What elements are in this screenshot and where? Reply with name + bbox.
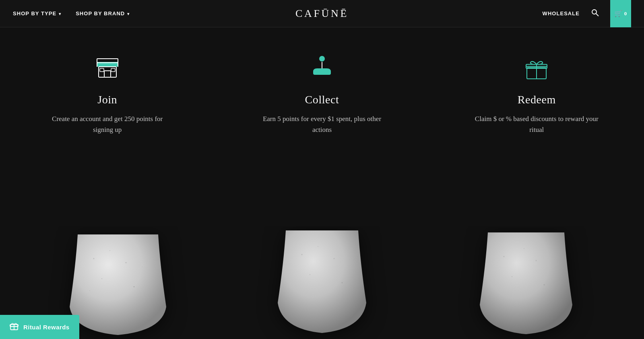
svg-point-23 xyxy=(301,254,303,255)
search-icon[interactable] xyxy=(591,8,599,18)
svg-point-0 xyxy=(592,10,597,14)
redeem-title: Redeem xyxy=(518,93,556,106)
nav-left: SHOP BY TYPE ▾ SHOP BY BRAND ▾ xyxy=(13,10,130,16)
svg-point-21 xyxy=(89,290,90,291)
feature-join: Join Create an account and get 250 point… xyxy=(0,51,215,135)
nav-right: WHOLESALE 🛒 0 xyxy=(543,0,631,27)
collect-title: Collect xyxy=(305,93,339,106)
svg-rect-4 xyxy=(104,71,111,77)
ritual-rewards-icon xyxy=(10,322,19,333)
svg-point-25 xyxy=(334,258,335,259)
svg-point-22 xyxy=(142,266,142,267)
shop-by-brand-menu[interactable]: SHOP BY BRAND ▾ xyxy=(76,10,130,16)
shop-by-type-label: SHOP BY TYPE xyxy=(13,10,56,16)
cart-icon: 🛒 xyxy=(614,10,623,17)
svg-point-30 xyxy=(535,260,537,261)
svg-point-24 xyxy=(318,246,318,247)
main-content: Join Create an account and get 250 point… xyxy=(0,27,644,339)
svg-point-18 xyxy=(126,262,127,263)
navbar: SHOP BY TYPE ▾ SHOP BY BRAND ▾ CAFŪNĒ WH… xyxy=(0,0,644,27)
svg-point-28 xyxy=(503,256,504,257)
cups-section xyxy=(0,151,644,339)
ritual-rewards-badge[interactable]: Ritual Rewards xyxy=(0,315,79,339)
svg-point-26 xyxy=(310,274,310,275)
cup-right xyxy=(432,226,620,339)
svg-point-19 xyxy=(101,278,102,279)
shop-by-brand-chevron-icon: ▾ xyxy=(127,12,130,16)
site-logo[interactable]: CAFŪNĒ xyxy=(295,8,349,20)
svg-point-32 xyxy=(543,284,545,286)
svg-line-1 xyxy=(596,14,599,16)
svg-rect-6 xyxy=(111,68,115,72)
features-section: Join Create an account and get 250 point… xyxy=(0,27,644,151)
join-icon xyxy=(91,51,124,84)
collect-description: Earn 5 points for every $1 spent, plus o… xyxy=(258,113,386,135)
collect-icon xyxy=(306,51,338,84)
cart-button[interactable]: 🛒 0 xyxy=(610,0,631,27)
shop-by-type-chevron-icon: ▾ xyxy=(59,12,61,16)
svg-rect-5 xyxy=(100,68,104,72)
ritual-rewards-label: Ritual Rewards xyxy=(23,324,70,331)
shop-by-type-menu[interactable]: SHOP BY TYPE ▾ xyxy=(13,10,61,16)
feature-redeem: Redeem Claim $ or % based discounts to r… xyxy=(429,51,644,135)
svg-point-31 xyxy=(512,276,512,277)
svg-point-17 xyxy=(109,250,110,251)
svg-point-29 xyxy=(524,248,524,249)
join-description: Create an account and get 250 points for… xyxy=(43,113,172,135)
svg-point-16 xyxy=(93,258,95,259)
join-title: Join xyxy=(97,93,117,106)
feature-collect: Collect Earn 5 points for every $1 spent… xyxy=(215,51,429,135)
cup-center xyxy=(228,226,416,339)
svg-point-20 xyxy=(134,286,135,288)
wholesale-link[interactable]: WHOLESALE xyxy=(543,10,580,16)
cart-count: 0 xyxy=(624,10,627,17)
svg-point-27 xyxy=(342,282,343,284)
redeem-icon xyxy=(520,51,553,84)
shop-by-brand-label: SHOP BY BRAND xyxy=(76,10,125,16)
svg-point-10 xyxy=(319,56,325,62)
redeem-description: Claim $ or % based discounts to reward y… xyxy=(472,113,601,135)
